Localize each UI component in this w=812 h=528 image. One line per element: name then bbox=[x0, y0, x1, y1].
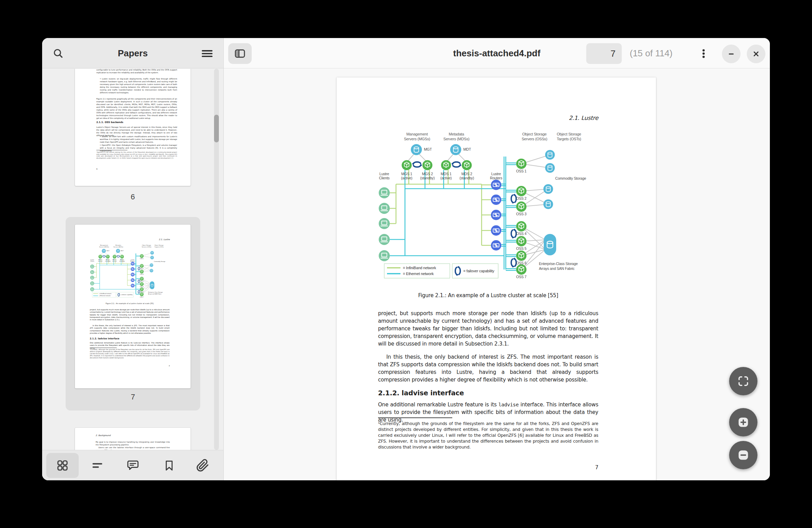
failover-arrow-icon bbox=[511, 229, 516, 239]
svg-text:Lustre: Lustre bbox=[491, 172, 501, 176]
svg-text:Object Storage: Object Storage bbox=[557, 132, 581, 136]
svg-text:Servers (MDSs): Servers (MDSs) bbox=[443, 137, 469, 141]
storage-target-nodes bbox=[543, 150, 556, 255]
attachments-icon bbox=[196, 459, 209, 472]
lustre-client-nodes bbox=[379, 187, 390, 261]
svg-text:= failover capability: = failover capability bbox=[463, 269, 494, 273]
papers-window: Papers configurable to tune performance … bbox=[42, 38, 770, 480]
mini-footnote: ¹Currently, although the grounds of the … bbox=[90, 349, 170, 359]
svg-text:MGS 1: MGS 1 bbox=[401, 172, 412, 176]
mini-running-head: 2.1. Lustre bbox=[159, 238, 170, 241]
running-head: 2.1. Lustre bbox=[569, 115, 598, 121]
failover-arrow-icon bbox=[511, 258, 516, 268]
thumbnail-label-7: 7 bbox=[66, 393, 200, 402]
svg-text:OSS 2: OSS 2 bbox=[516, 196, 526, 200]
kebab-menu-icon bbox=[698, 48, 709, 59]
svg-text:= InfiniBand network: = InfiniBand network bbox=[403, 266, 436, 270]
svg-text:MDT: MDT bbox=[463, 147, 471, 151]
svg-text:Servers (MGSs): Servers (MGSs) bbox=[404, 137, 430, 141]
close-button[interactable] bbox=[747, 45, 765, 63]
failover-arrow-icon bbox=[511, 194, 516, 204]
svg-text:(active): (active) bbox=[441, 176, 452, 180]
thumb6-footnote-rule bbox=[96, 150, 127, 150]
sidebar-tab-outline[interactable] bbox=[81, 453, 114, 478]
svg-text:Servers (OSSs): Servers (OSSs) bbox=[522, 137, 547, 141]
diagram-legend: = InfiniBand network = Ethernet network … bbox=[384, 264, 498, 278]
svg-text:MDS 1: MDS 1 bbox=[441, 172, 451, 176]
fit-page-icon bbox=[737, 375, 750, 387]
mini-caption: Figure 2.1.: An example of a Lustre clus… bbox=[90, 302, 170, 304]
minimize-icon bbox=[726, 49, 736, 59]
svg-text:Management: Management bbox=[406, 132, 428, 136]
thumb6-heading: 2.1.1. OSS backends bbox=[96, 121, 123, 124]
fit-page-button[interactable] bbox=[729, 367, 757, 395]
sidebar-tab-attachments[interactable] bbox=[186, 453, 219, 478]
document-viewer: 2.1. Lustre bbox=[224, 69, 770, 480]
sidebar: Papers configurable to tune performance … bbox=[42, 38, 223, 480]
page-number-input[interactable] bbox=[586, 43, 622, 64]
mini-paragraph: One additional remarkable Lustre feature… bbox=[90, 342, 170, 349]
svg-text:(standby): (standby) bbox=[460, 176, 474, 180]
svg-text:Lustre: Lustre bbox=[379, 172, 389, 176]
failover-arrow-icon bbox=[452, 162, 462, 167]
svg-text:(standby): (standby) bbox=[420, 176, 435, 180]
sidebar-tab-annotations[interactable] bbox=[117, 453, 149, 478]
sidebar-tab-bookmarks[interactable] bbox=[153, 453, 185, 478]
enterprise-storage-label: Enterprise-Class Storage Arrays and SAN … bbox=[539, 262, 578, 271]
thumbnail-page-8[interactable]: 2. Background My goal is to improve reso… bbox=[75, 428, 191, 450]
hamburger-menu-icon bbox=[201, 48, 213, 59]
thumb6-text: • OpenZFS¹: the Open Zettabyte Filesyste… bbox=[96, 144, 177, 152]
thumb6-footnote: ¹OpenZFS is the official naming for the … bbox=[96, 151, 177, 159]
thumbnail-page-6[interactable]: configurable to tune performance and rel… bbox=[75, 69, 191, 186]
sidebar-header: Papers bbox=[42, 38, 223, 68]
body-paragraph: One additional remarkable Lustre feature… bbox=[378, 401, 598, 424]
svg-text:Routers: Routers bbox=[490, 176, 502, 180]
svg-text:OSS 7: OSS 7 bbox=[516, 275, 526, 279]
sidebar-scrollbar-track[interactable] bbox=[214, 69, 219, 450]
thumb6-text: • Lustre routers: on big-scale deploymen… bbox=[96, 77, 177, 94]
diagram-column-labels: Management Servers (MGSs) Metadata Serve… bbox=[404, 132, 581, 141]
mini-page-number: 7 bbox=[169, 365, 170, 367]
pdf-page: 2.1. Lustre bbox=[337, 77, 656, 480]
commodity-storage-label: Commodity Storage bbox=[555, 176, 586, 180]
main-menu-button[interactable] bbox=[199, 46, 215, 62]
svg-text:Arrays and SAN Fabric: Arrays and SAN Fabric bbox=[539, 266, 574, 271]
more-options-button[interactable] bbox=[695, 45, 712, 62]
bookmarks-icon bbox=[163, 459, 175, 472]
minimize-button[interactable] bbox=[722, 45, 741, 63]
thumbnail-selected-highlight: 2.1. Lustre Figure 2.1.: An example of a… bbox=[66, 217, 200, 411]
svg-text:MGT: MGT bbox=[424, 147, 432, 151]
main-headerbar: thesis-attached4.pdf (15 of 114) bbox=[224, 38, 770, 68]
mini-section-heading: 2.1.2. ladvise interface bbox=[90, 337, 119, 340]
svg-text:Metadata: Metadata bbox=[449, 132, 464, 136]
zoom-in-button[interactable] bbox=[729, 408, 757, 436]
mgs-mds-nodes bbox=[402, 160, 472, 170]
thumb8-text: Users can use the ladvise interface thro… bbox=[96, 446, 170, 450]
thumb8-text: My goal is to improve resource handling … bbox=[96, 441, 170, 446]
close-icon bbox=[751, 49, 761, 59]
mini-paragraph: In this thesis, the only backend of inte… bbox=[90, 324, 170, 334]
body-paragraph: project, but supports much more storage … bbox=[378, 310, 598, 348]
figure-caption: Figure 2.1.: An example of a Lustre clus… bbox=[378, 292, 598, 299]
thumb6-text: Figure 2.1 represents graphically all th… bbox=[96, 97, 177, 120]
enterprise-storage-node bbox=[544, 234, 556, 255]
mini-paragraph: project, but supports much more storage … bbox=[90, 309, 170, 321]
thumbnails-grid-icon bbox=[56, 459, 69, 472]
thumb6-text: configurable to tune performance and rel… bbox=[96, 69, 177, 74]
sidebar-tab-thumbnails[interactable] bbox=[46, 453, 79, 478]
zoom-out-button[interactable] bbox=[729, 441, 757, 469]
svg-text:Enterprise-Class Storage: Enterprise-Class Storage bbox=[539, 262, 578, 266]
sidebar-footer-tabs bbox=[42, 450, 223, 480]
document-title: thesis-attached4.pdf bbox=[224, 38, 770, 68]
thumbnail-page-7[interactable]: 2.1. Lustre Figure 2.1.: An example of a… bbox=[75, 225, 191, 388]
svg-text:Object Storage: Object Storage bbox=[522, 132, 547, 136]
thumbnail-label-6: 6 bbox=[75, 192, 191, 201]
failover-arrow-icon bbox=[412, 162, 422, 167]
sidebar-scrollbar-thumb[interactable] bbox=[214, 115, 219, 142]
outline-icon bbox=[91, 459, 104, 472]
thumb8-heading: 2. Background bbox=[96, 434, 110, 436]
zoom-in-icon bbox=[737, 416, 750, 429]
mini-footnote-rule bbox=[90, 348, 117, 348]
svg-text:= Ethernet network: = Ethernet network bbox=[403, 272, 434, 276]
svg-text:OSS 5: OSS 5 bbox=[516, 246, 526, 251]
